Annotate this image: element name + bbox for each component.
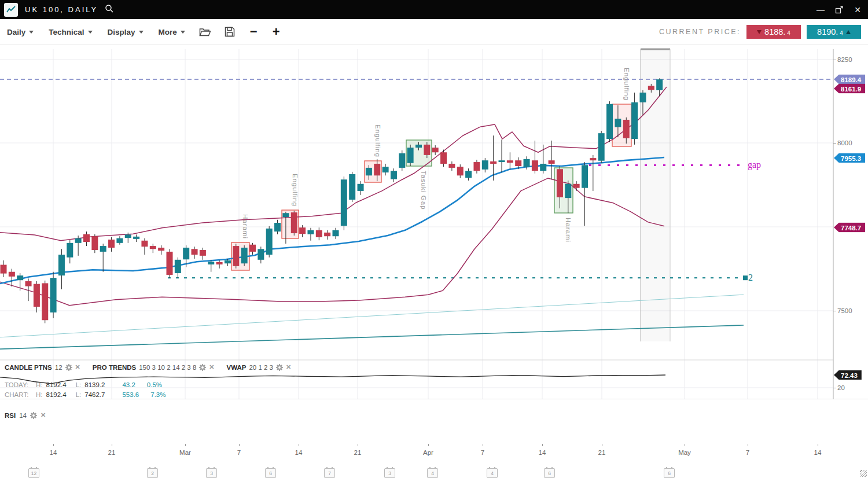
candle-body bbox=[366, 168, 372, 175]
calendar-icon[interactable]: 6 bbox=[544, 468, 555, 478]
indicator-candle-patterns: CANDLE PTNS12 ✕ bbox=[5, 363, 80, 371]
stats-panel: TODAY: H:8192.4 L:8139.2 43.2 0.5% CHART… bbox=[5, 380, 165, 400]
search-icon[interactable] bbox=[105, 4, 114, 16]
time-axis-tick bbox=[748, 444, 748, 446]
candle-body bbox=[648, 86, 654, 90]
calendar-icon[interactable]: 3 bbox=[384, 468, 395, 478]
time-axis-label: 7 bbox=[237, 449, 241, 456]
time-axis-tick bbox=[483, 444, 483, 446]
candle-body bbox=[440, 152, 447, 164]
ask-price-badge: 8190.4 bbox=[807, 25, 861, 39]
candle-body bbox=[490, 161, 496, 164]
candle-body bbox=[249, 245, 256, 252]
candle-body bbox=[25, 281, 32, 286]
candle-body bbox=[448, 164, 455, 168]
gear-icon[interactable] bbox=[276, 364, 283, 371]
calendar-icon[interactable]: 6 bbox=[265, 468, 276, 478]
menu-interval[interactable]: Daily bbox=[7, 28, 34, 36]
count-marker-square bbox=[743, 275, 748, 280]
popout-button[interactable] bbox=[834, 5, 844, 14]
menu-display[interactable]: Display bbox=[108, 28, 144, 36]
toolbar: Daily Technical Display More − + CURRENT… bbox=[0, 19, 868, 45]
time-axis-label: 14 bbox=[539, 449, 546, 456]
calendar-icon[interactable]: 4 bbox=[427, 468, 438, 478]
calendar-icon[interactable]: 2 bbox=[147, 468, 158, 478]
time-axis-tick bbox=[602, 444, 602, 446]
pattern-label: Engulfing bbox=[623, 68, 630, 101]
candle-body bbox=[565, 184, 571, 198]
price-axis-label: 8000 bbox=[837, 139, 852, 146]
candle-body bbox=[358, 184, 364, 191]
symbol-title: UK 100, DAILY bbox=[25, 5, 98, 14]
calendar-icon[interactable]: 3 bbox=[206, 468, 217, 478]
time-axis-label: 7 bbox=[746, 449, 749, 456]
gear-icon[interactable] bbox=[30, 412, 37, 419]
minimize-button[interactable]: — bbox=[816, 5, 825, 14]
price-axis-label: 7500 bbox=[837, 307, 852, 314]
menu-technical[interactable]: Technical bbox=[49, 28, 92, 36]
candle-body bbox=[573, 184, 580, 188]
close-button[interactable]: ✕ bbox=[853, 5, 862, 14]
gear-icon[interactable] bbox=[199, 364, 206, 371]
menu-more[interactable]: More bbox=[159, 28, 185, 36]
calendar-icon[interactable]: 7 bbox=[324, 468, 335, 478]
candle-body bbox=[83, 234, 90, 242]
time-axis-label: 21 bbox=[354, 449, 362, 456]
gear-icon[interactable] bbox=[65, 364, 72, 371]
zoom-out-button[interactable]: − bbox=[250, 26, 258, 38]
time-axis-label: 14 bbox=[295, 449, 303, 456]
time-axis-label: Mar bbox=[179, 449, 191, 456]
candle-body bbox=[507, 160, 513, 163]
candle-body bbox=[266, 229, 273, 255]
close-icon[interactable]: ✕ bbox=[209, 363, 214, 371]
price-axis-label: 8250 bbox=[837, 56, 852, 63]
candle-body bbox=[615, 119, 621, 127]
indicator-rsi: RSI14 ✕ bbox=[5, 411, 46, 419]
pattern-label: Harami bbox=[565, 218, 572, 242]
candle-body bbox=[42, 283, 48, 320]
candle-body bbox=[540, 164, 546, 171]
candle-body bbox=[482, 160, 488, 170]
zoom-in-button[interactable]: + bbox=[273, 26, 280, 38]
time-axis-tick bbox=[299, 444, 299, 446]
candle-body bbox=[299, 227, 306, 234]
close-icon[interactable]: ✕ bbox=[75, 363, 80, 371]
candle-body bbox=[598, 133, 605, 161]
resize-grip-icon[interactable] bbox=[860, 470, 867, 477]
arrow-down-icon bbox=[757, 30, 762, 34]
bid-price-badge: 8188.4 bbox=[746, 25, 801, 39]
close-icon[interactable]: ✕ bbox=[286, 363, 291, 371]
candle-body bbox=[67, 243, 73, 258]
candle-body bbox=[399, 153, 405, 168]
calendar-icon[interactable]: 12 bbox=[28, 468, 39, 478]
price-tag-badge: 72.43 bbox=[834, 370, 862, 380]
price-tag-badge: 7748.7 bbox=[834, 223, 865, 233]
price-axis-label: 20 bbox=[837, 384, 845, 391]
candle-body bbox=[590, 158, 596, 160]
calendar-icon[interactable]: 6 bbox=[664, 468, 675, 478]
candle-body bbox=[50, 278, 57, 312]
candle-body bbox=[116, 238, 123, 243]
candle-body bbox=[58, 255, 65, 275]
candle-body bbox=[158, 248, 164, 251]
time-axis-tick bbox=[358, 444, 358, 446]
candle-body bbox=[656, 79, 663, 90]
candle-body bbox=[532, 160, 538, 171]
calendar-icon[interactable]: 4 bbox=[487, 468, 498, 478]
time-axis-tick bbox=[112, 444, 112, 446]
gap-annotation: gap bbox=[748, 160, 761, 170]
candle-body bbox=[216, 262, 223, 264]
candle-body bbox=[200, 250, 206, 256]
close-icon[interactable]: ✕ bbox=[41, 411, 46, 419]
candle-body bbox=[125, 234, 131, 238]
candle-body bbox=[382, 167, 389, 172]
candle-body bbox=[349, 174, 355, 200]
main-chart-svg[interactable]: HaramiEngulfingEngulfingTasuki GapHarami… bbox=[0, 45, 868, 399]
candle-body bbox=[175, 260, 181, 273]
candle-body bbox=[208, 262, 214, 264]
save-icon[interactable] bbox=[225, 27, 235, 37]
open-folder-icon[interactable] bbox=[199, 27, 211, 37]
candle-body bbox=[150, 246, 156, 249]
candle-body bbox=[549, 160, 555, 164]
candle-body bbox=[473, 162, 480, 171]
